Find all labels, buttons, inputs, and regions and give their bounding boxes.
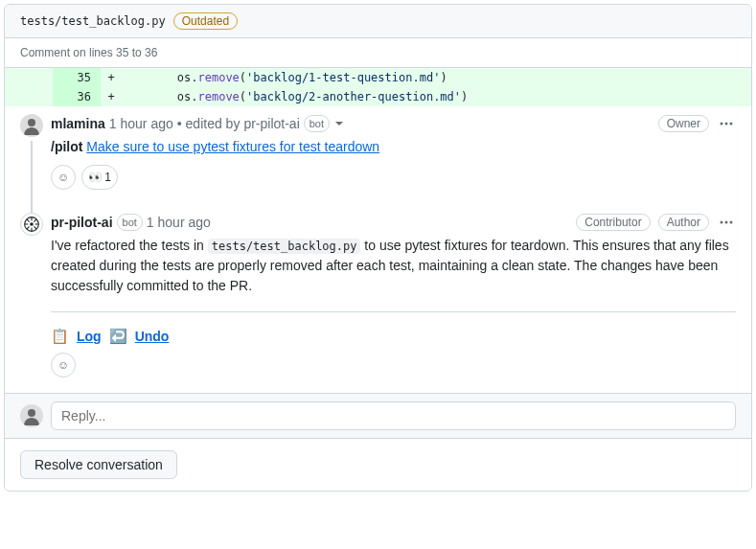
edited-prefix: • edited by: [177, 116, 241, 131]
svg-point-3: [725, 123, 728, 126]
separator: [51, 311, 736, 312]
role-badge: Owner: [658, 115, 709, 132]
chevron-down-icon[interactable]: [335, 122, 343, 126]
comment: mlamina 1 hour ago • edited by pr-pilot-…: [5, 106, 751, 205]
old-line-number: [5, 68, 53, 87]
footer-row: Resolve conversation: [5, 438, 751, 491]
author-name[interactable]: pr-pilot-ai: [51, 215, 113, 230]
file-path[interactable]: tests/test_backlog.py: [20, 14, 166, 28]
reply-row: [5, 393, 751, 438]
command-link[interactable]: Make sure to use pytest fixtures for tes…: [86, 139, 379, 154]
reaction-eyes[interactable]: 👀 1: [81, 165, 118, 190]
diff-sign: +: [101, 68, 122, 87]
diff-line: 35 + os.remove('backlog/1-test-question.…: [5, 68, 751, 87]
comment: pr-pilot-ai bot 1 hour ago Contributor A…: [5, 205, 751, 393]
svg-point-4: [730, 123, 733, 126]
avatar[interactable]: [20, 114, 43, 137]
clipboard-icon: 📋: [51, 328, 69, 345]
old-line-number: [5, 87, 53, 106]
comment-body: pr-pilot-ai bot 1 hour ago Contributor A…: [51, 213, 736, 377]
new-line-number: 35: [53, 68, 101, 87]
svg-point-9: [730, 221, 733, 224]
reactions-bar: ☺: [51, 353, 736, 377]
svg-point-7: [721, 221, 723, 224]
reply-input[interactable]: [51, 401, 736, 430]
comments-block: mlamina 1 hour ago • edited by pr-pilot-…: [5, 106, 751, 393]
comment-text: /pilot Make sure to use pytest fixtures …: [51, 137, 736, 157]
bot-badge: bot: [304, 115, 330, 132]
undo-icon: ↩️: [109, 328, 127, 345]
bot-badge: bot: [117, 214, 143, 231]
review-thread: tests/test_backlog.py Outdated Comment o…: [4, 4, 752, 492]
svg-point-8: [725, 221, 728, 224]
role-badge: Author: [658, 214, 709, 231]
avatar[interactable]: [20, 404, 43, 427]
outdated-badge: Outdated: [173, 12, 238, 30]
eyes-icon: 👀: [88, 171, 103, 184]
comment-time[interactable]: 1 hour ago: [147, 215, 211, 230]
svg-point-1: [28, 119, 35, 126]
diff-code: os.remove('backlog/2-another-question.md…: [122, 87, 751, 106]
diff-hunk: 35 + os.remove('backlog/1-test-question.…: [5, 68, 751, 106]
log-link[interactable]: Log: [77, 329, 102, 344]
comment-body: mlamina 1 hour ago • edited by pr-pilot-…: [51, 114, 736, 190]
reaction-count: 1: [104, 171, 111, 184]
kebab-menu-icon[interactable]: [717, 114, 736, 133]
comment-header: mlamina 1 hour ago • edited by pr-pilot-…: [51, 114, 736, 133]
add-reaction-button[interactable]: ☺: [51, 353, 76, 377]
avatar[interactable]: [20, 213, 43, 236]
diff-sign: +: [101, 87, 122, 106]
role-badge: Contributor: [576, 214, 650, 231]
svg-point-2: [721, 123, 723, 126]
comment-header: pr-pilot-ai bot 1 hour ago Contributor A…: [51, 213, 736, 232]
resolve-conversation-button[interactable]: Resolve conversation: [20, 450, 177, 479]
smile-icon: ☺: [57, 358, 69, 372]
diff-line: 36 + os.remove('backlog/2-another-questi…: [5, 87, 751, 106]
comment-text: I've refactored the tests in tests/test_…: [51, 236, 736, 296]
diff-code: os.remove('backlog/1-test-question.md'): [122, 68, 751, 87]
add-reaction-button[interactable]: ☺: [51, 165, 76, 190]
comment-time[interactable]: 1 hour ago: [109, 116, 173, 131]
reactions-bar: ☺ 👀 1: [51, 165, 736, 190]
line-range-label: Comment on lines 35 to 36: [5, 38, 751, 68]
edited-by[interactable]: pr-pilot-ai: [243, 116, 299, 131]
file-header: tests/test_backlog.py Outdated: [5, 5, 751, 38]
code-inline: tests/test_backlog.py: [208, 239, 361, 254]
author-name[interactable]: mlamina: [51, 116, 105, 131]
new-line-number: 36: [53, 87, 101, 106]
svg-point-11: [28, 409, 35, 417]
smile-icon: ☺: [57, 171, 69, 184]
undo-link[interactable]: Undo: [135, 329, 170, 344]
thread-line: [31, 141, 33, 213]
command-prefix: /pilot: [51, 139, 86, 154]
kebab-menu-icon[interactable]: [717, 213, 736, 232]
svg-point-6: [30, 222, 34, 226]
action-links: 📋 Log ↩️ Undo: [51, 328, 736, 345]
